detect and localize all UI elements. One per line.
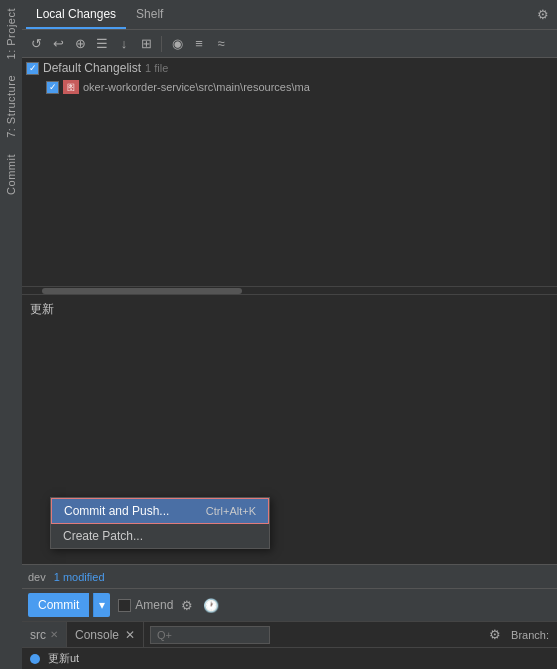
console-right: ⚙ Branch:: [477, 625, 557, 645]
file-row[interactable]: ✓ 图 oker-workorder-service\src\main\reso…: [22, 78, 557, 96]
settings-icon[interactable]: ⚙: [533, 5, 553, 25]
horizontal-scrollbar[interactable]: [22, 286, 557, 294]
commit-push-shortcut: Ctrl+Alt+K: [206, 505, 256, 517]
commit-message-text: 更新: [30, 302, 54, 316]
file-path: oker-workorder-service\src\main\resource…: [83, 81, 310, 93]
commit-dropdown-arrow[interactable]: ▾: [93, 593, 110, 617]
branch-label: dev: [28, 571, 46, 583]
toolbar-separator: [161, 36, 162, 52]
console-tab[interactable]: Console ✕: [67, 622, 144, 647]
console-row: src ✕ Console ✕ ⚙ Branch:: [22, 621, 557, 647]
changelist-count: 1 file: [145, 62, 168, 74]
diff-icon[interactable]: ◉: [167, 34, 187, 54]
file-list-section: ✓ Default Changelist 1 file ✓ 图 oker-wor…: [22, 58, 557, 294]
shelf-icon[interactable]: ⊞: [136, 34, 156, 54]
tab-shelf[interactable]: Shelf: [126, 0, 173, 29]
revert-icon[interactable]: ↩: [48, 34, 68, 54]
download-icon[interactable]: ↓: [114, 34, 134, 54]
remove-icon[interactable]: ☰: [92, 34, 112, 54]
commit-and-push-label: Commit and Push...: [64, 504, 169, 518]
left-sidebar: 1: Project 7: Structure Commit: [0, 0, 22, 669]
project-tab[interactable]: 1: Project: [2, 0, 20, 67]
tab-bar: Local Changes Shelf ⚙: [22, 0, 557, 30]
commit-dropdown-menu: Commit and Push... Ctrl+Alt+K Create Pat…: [50, 497, 270, 549]
amend-option: Amend: [118, 598, 173, 612]
modified-label: 1 modified: [54, 571, 105, 583]
console-close-icon[interactable]: ✕: [125, 628, 135, 642]
tab-bar-right: ⚙: [533, 5, 553, 25]
commit-and-push-item[interactable]: Commit and Push... Ctrl+Alt+K: [51, 498, 269, 524]
console-settings-icon[interactable]: ⚙: [485, 625, 505, 645]
update-row: 更新ut: [22, 647, 557, 669]
commit-tab[interactable]: Commit: [2, 146, 20, 203]
changelist-label: Default Changelist: [43, 61, 141, 75]
console-search-input[interactable]: [150, 626, 270, 644]
settings-icon-2[interactable]: ⚙: [177, 595, 197, 615]
commit-message-area: 更新: [22, 294, 557, 329]
src-close-icon[interactable]: ✕: [50, 629, 58, 640]
main-area: Local Changes Shelf ⚙ ↺ ↩ ⊕ ☰ ↓ ⊞ ◉ ≡ ≈ …: [22, 0, 557, 669]
console-tab-label: Console: [75, 628, 119, 642]
update-dot: [30, 654, 40, 664]
changelist-row[interactable]: ✓ Default Changelist 1 file: [22, 58, 557, 78]
file-type-icon: 图: [63, 80, 79, 94]
commit-button[interactable]: Commit: [28, 593, 89, 617]
file-checkbox[interactable]: ✓: [46, 81, 59, 94]
changelist-checkbox[interactable]: ✓: [26, 62, 39, 75]
src-tab-label: src: [30, 628, 46, 642]
console-input-area: [144, 622, 477, 647]
empty-space: [22, 96, 557, 286]
src-tab[interactable]: src ✕: [22, 622, 67, 647]
tab-local-changes[interactable]: Local Changes: [26, 0, 126, 29]
clock-icon[interactable]: 🕐: [201, 595, 221, 615]
amend-checkbox[interactable]: [118, 599, 131, 612]
expand-icon[interactable]: ≡: [189, 34, 209, 54]
create-patch-item[interactable]: Create Patch...: [51, 524, 269, 548]
refresh-icon[interactable]: ↺: [26, 34, 46, 54]
update-label: 更新ut: [48, 651, 79, 666]
amend-label: Amend: [135, 598, 173, 612]
tab-bar-left: Local Changes Shelf: [26, 0, 173, 29]
add-icon[interactable]: ⊕: [70, 34, 90, 54]
create-patch-label: Create Patch...: [63, 529, 143, 543]
structure-tab[interactable]: 7: Structure: [2, 67, 20, 146]
collapse-icon[interactable]: ≈: [211, 34, 231, 54]
status-bar: dev 1 modified: [22, 564, 557, 588]
toolbar: ↺ ↩ ⊕ ☰ ↓ ⊞ ◉ ≡ ≈: [22, 30, 557, 58]
scrollbar-thumb[interactable]: [42, 288, 242, 294]
commit-actions: Commit ▾ Amend ⚙ 🕐: [22, 588, 557, 621]
branch-right-label: Branch:: [511, 629, 549, 641]
